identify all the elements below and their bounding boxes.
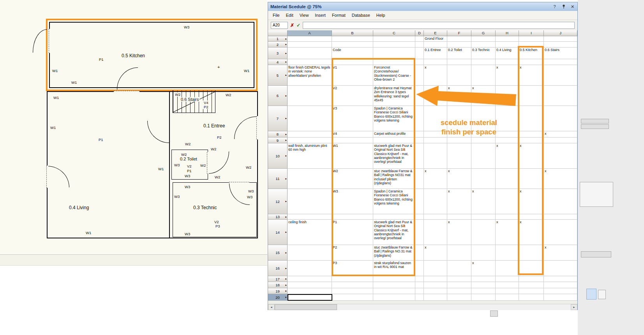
cell-F13[interactable]	[447, 214, 471, 220]
cell-J9[interactable]	[544, 138, 577, 143]
cell-A18[interactable]	[288, 282, 332, 288]
cell-A3[interactable]	[288, 48, 332, 59]
cell-C8[interactable]: Carpet without profile	[373, 131, 415, 138]
cell-C12[interactable]: Spadon | Ceramica Fioranese Cocci Silian…	[373, 189, 415, 214]
cell-D17[interactable]	[415, 276, 424, 282]
cell-E10[interactable]	[424, 143, 447, 169]
cell-A6[interactable]	[288, 86, 332, 106]
cell-E14[interactable]	[424, 220, 447, 245]
cell-C1[interactable]	[373, 36, 415, 42]
cell-D1[interactable]	[415, 36, 424, 42]
cell-E12[interactable]	[424, 189, 447, 214]
cell-E20[interactable]	[424, 294, 447, 301]
cell-I11[interactable]	[519, 169, 544, 189]
column-header-B[interactable]: B	[332, 30, 373, 36]
cell-C18[interactable]	[373, 282, 415, 288]
cell-D13[interactable]	[415, 214, 424, 220]
cell-B8[interactable]: V4	[332, 131, 373, 138]
cell-B10[interactable]: W1	[332, 143, 373, 169]
cell-H5[interactable]: x	[496, 65, 519, 86]
cell-B18[interactable]	[332, 282, 373, 288]
cell-B16[interactable]: P3	[332, 261, 373, 276]
cell-F2[interactable]	[447, 42, 471, 48]
cell-E11[interactable]: x	[424, 169, 447, 189]
cell-H6[interactable]	[496, 86, 519, 106]
cell-D16[interactable]	[415, 261, 424, 276]
row-header-8[interactable]: 8▸	[268, 131, 288, 138]
cell-A19[interactable]	[288, 288, 332, 294]
cell-A11[interactable]	[288, 169, 332, 189]
cell-J3[interactable]: 0.6 Stairs	[544, 48, 577, 59]
cell-I15[interactable]	[519, 245, 544, 261]
cell-J2[interactable]	[544, 42, 577, 48]
cell-J20[interactable]	[544, 294, 577, 301]
row-header-15[interactable]: 15▸	[268, 245, 288, 261]
menu-edit[interactable]: Edit	[283, 12, 296, 19]
cell-A8[interactable]	[288, 131, 332, 138]
cell-C5[interactable]: Forconcret (Concretehouse/ Stuckmeesters…	[373, 65, 415, 86]
row-header-7[interactable]: 7▸	[268, 106, 288, 131]
column-header-E[interactable]: E	[424, 30, 447, 36]
cell-F8[interactable]	[447, 131, 471, 138]
cell-B14[interactable]: P1	[332, 220, 373, 245]
scroll-right-button[interactable]: ►	[571, 304, 577, 310]
cell-F16[interactable]	[447, 261, 471, 276]
menu-database[interactable]: Database	[349, 12, 373, 19]
cell-A9[interactable]	[288, 138, 332, 143]
cell-E15[interactable]: x	[424, 245, 447, 261]
cell-G8[interactable]	[471, 131, 496, 138]
cell-D9[interactable]	[415, 138, 424, 143]
cell-H13[interactable]	[496, 214, 519, 220]
cell-G20[interactable]	[471, 294, 496, 301]
cell-J5[interactable]	[544, 65, 577, 86]
cell-J18[interactable]	[544, 282, 577, 288]
cell-A1[interactable]	[288, 36, 332, 42]
menu-help[interactable]: Help	[373, 12, 388, 19]
help-icon[interactable]: ?	[552, 4, 557, 9]
cell-F10[interactable]	[447, 143, 471, 169]
cell-F7[interactable]	[447, 106, 471, 131]
cell-A15[interactable]	[288, 245, 332, 261]
cell-C10[interactable]: stucwerk glad met Puur & Original Nort S…	[373, 143, 415, 169]
cell-I13[interactable]	[519, 214, 544, 220]
cell-D6[interactable]	[415, 86, 424, 106]
cell-G2[interactable]	[471, 42, 496, 48]
cell-A12[interactable]	[288, 189, 332, 214]
cell-E7[interactable]	[424, 106, 447, 131]
menu-insert[interactable]: Insert	[312, 12, 329, 19]
cell-G3[interactable]: 0.3 Technic	[471, 48, 496, 59]
cell-F17[interactable]	[447, 276, 471, 282]
cell-I17[interactable]	[519, 276, 544, 282]
row-header-20[interactable]: 20▸	[268, 294, 288, 301]
cell-H10[interactable]: x	[496, 143, 519, 169]
close-icon[interactable]: ✕	[570, 4, 575, 9]
cell-F9[interactable]	[447, 138, 471, 143]
row-header-6[interactable]: 6▸	[268, 86, 288, 106]
cell-C16[interactable]: strak stucplafond sauzen in wit RAL 9001…	[373, 261, 415, 276]
cell-C2[interactable]	[373, 42, 415, 48]
scrollbar-track[interactable]	[337, 304, 571, 310]
cell-J11[interactable]: x	[544, 169, 577, 189]
cell-B13[interactable]	[332, 214, 373, 220]
row-header-12[interactable]: 12▸	[268, 189, 288, 214]
cell-B9[interactable]	[332, 138, 373, 143]
cell-D3[interactable]	[415, 48, 424, 59]
horizontal-scrollbar[interactable]: ◄ ►	[268, 304, 577, 310]
cell-H7[interactable]	[496, 106, 519, 131]
select-all-corner[interactable]	[268, 30, 288, 36]
cell-E13[interactable]	[424, 214, 447, 220]
cell-G15[interactable]	[471, 245, 496, 261]
cell-I12[interactable]: x	[519, 189, 544, 214]
column-header-H[interactable]: H	[496, 30, 519, 36]
cell-D14[interactable]	[415, 220, 424, 245]
cell-J17[interactable]	[544, 276, 577, 282]
cell-E19[interactable]	[424, 288, 447, 294]
cell-G19[interactable]	[471, 288, 496, 294]
cell-B17[interactable]	[332, 276, 373, 282]
column-header-A[interactable]: A	[288, 30, 332, 36]
column-header-I[interactable]: I	[519, 30, 544, 36]
cell-B4[interactable]	[332, 59, 373, 65]
cell-J7[interactable]	[544, 106, 577, 131]
cell-E17[interactable]	[424, 276, 447, 282]
cell-C4[interactable]	[373, 59, 415, 65]
